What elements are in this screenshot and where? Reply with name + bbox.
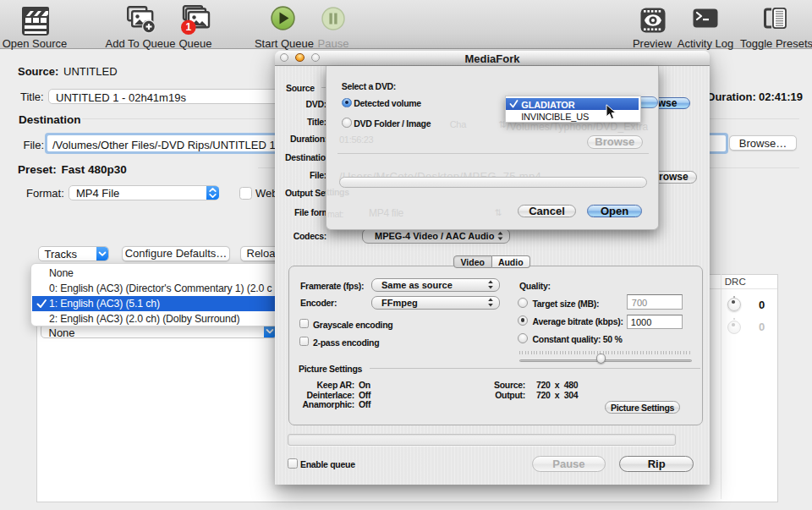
svg-text:1: 1: [185, 21, 191, 33]
